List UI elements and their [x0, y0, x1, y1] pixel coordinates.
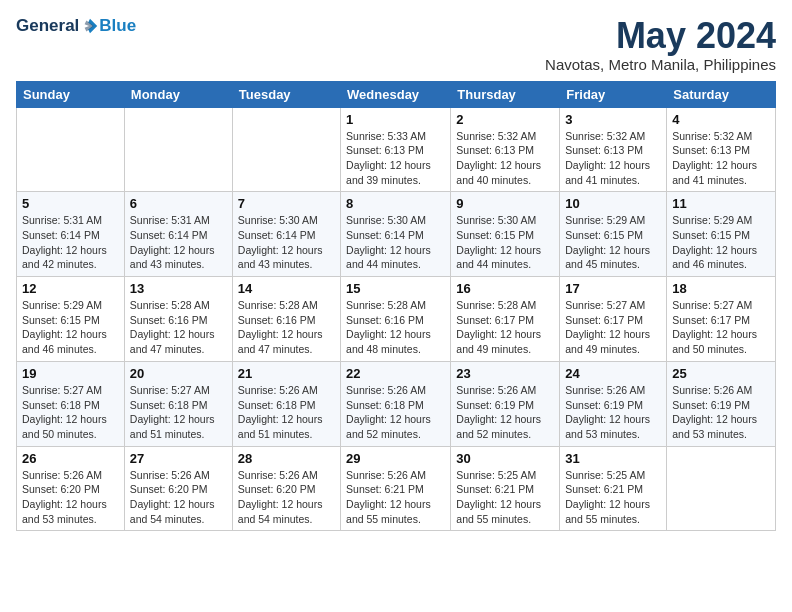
calendar-cell: 4Sunrise: 5:32 AM Sunset: 6:13 PM Daylig…: [667, 107, 776, 192]
day-number: 14: [238, 281, 335, 296]
calendar-cell: 22Sunrise: 5:26 AM Sunset: 6:18 PM Dayli…: [341, 361, 451, 446]
day-info: Sunrise: 5:33 AM Sunset: 6:13 PM Dayligh…: [346, 129, 445, 188]
day-number: 25: [672, 366, 770, 381]
week-row-3: 12Sunrise: 5:29 AM Sunset: 6:15 PM Dayli…: [17, 277, 776, 362]
logo: General Blue: [16, 16, 136, 36]
day-info: Sunrise: 5:26 AM Sunset: 6:20 PM Dayligh…: [130, 468, 227, 527]
day-info: Sunrise: 5:26 AM Sunset: 6:21 PM Dayligh…: [346, 468, 445, 527]
week-row-4: 19Sunrise: 5:27 AM Sunset: 6:18 PM Dayli…: [17, 361, 776, 446]
calendar-cell: 13Sunrise: 5:28 AM Sunset: 6:16 PM Dayli…: [124, 277, 232, 362]
day-info: Sunrise: 5:28 AM Sunset: 6:17 PM Dayligh…: [456, 298, 554, 357]
calendar-cell: [17, 107, 125, 192]
day-info: Sunrise: 5:29 AM Sunset: 6:15 PM Dayligh…: [565, 213, 661, 272]
day-info: Sunrise: 5:30 AM Sunset: 6:15 PM Dayligh…: [456, 213, 554, 272]
day-number: 26: [22, 451, 119, 466]
weekday-monday: Monday: [124, 81, 232, 107]
calendar-cell: 31Sunrise: 5:25 AM Sunset: 6:21 PM Dayli…: [560, 446, 667, 531]
calendar-table: SundayMondayTuesdayWednesdayThursdayFrid…: [16, 81, 776, 532]
day-info: Sunrise: 5:27 AM Sunset: 6:18 PM Dayligh…: [130, 383, 227, 442]
day-number: 10: [565, 196, 661, 211]
day-info: Sunrise: 5:27 AM Sunset: 6:18 PM Dayligh…: [22, 383, 119, 442]
day-number: 6: [130, 196, 227, 211]
day-info: Sunrise: 5:26 AM Sunset: 6:20 PM Dayligh…: [22, 468, 119, 527]
day-number: 27: [130, 451, 227, 466]
calendar-cell: 19Sunrise: 5:27 AM Sunset: 6:18 PM Dayli…: [17, 361, 125, 446]
calendar-body: 1Sunrise: 5:33 AM Sunset: 6:13 PM Daylig…: [17, 107, 776, 531]
location-text: Navotas, Metro Manila, Philippines: [545, 56, 776, 73]
day-number: 5: [22, 196, 119, 211]
day-number: 2: [456, 112, 554, 127]
day-info: Sunrise: 5:28 AM Sunset: 6:16 PM Dayligh…: [346, 298, 445, 357]
day-info: Sunrise: 5:28 AM Sunset: 6:16 PM Dayligh…: [130, 298, 227, 357]
calendar-cell: 8Sunrise: 5:30 AM Sunset: 6:14 PM Daylig…: [341, 192, 451, 277]
day-number: 29: [346, 451, 445, 466]
calendar-cell: 30Sunrise: 5:25 AM Sunset: 6:21 PM Dayli…: [451, 446, 560, 531]
logo-blue-text: Blue: [99, 16, 136, 36]
weekday-saturday: Saturday: [667, 81, 776, 107]
calendar-cell: 25Sunrise: 5:26 AM Sunset: 6:19 PM Dayli…: [667, 361, 776, 446]
day-number: 24: [565, 366, 661, 381]
calendar-cell: 27Sunrise: 5:26 AM Sunset: 6:20 PM Dayli…: [124, 446, 232, 531]
logo-general-text: General: [16, 16, 79, 36]
day-info: Sunrise: 5:31 AM Sunset: 6:14 PM Dayligh…: [130, 213, 227, 272]
day-number: 21: [238, 366, 335, 381]
day-number: 1: [346, 112, 445, 127]
calendar-cell: 16Sunrise: 5:28 AM Sunset: 6:17 PM Dayli…: [451, 277, 560, 362]
title-area: May 2024 Navotas, Metro Manila, Philippi…: [545, 16, 776, 73]
day-number: 4: [672, 112, 770, 127]
day-info: Sunrise: 5:29 AM Sunset: 6:15 PM Dayligh…: [672, 213, 770, 272]
calendar-cell: 17Sunrise: 5:27 AM Sunset: 6:17 PM Dayli…: [560, 277, 667, 362]
calendar-cell: 1Sunrise: 5:33 AM Sunset: 6:13 PM Daylig…: [341, 107, 451, 192]
day-number: 22: [346, 366, 445, 381]
calendar-cell: [232, 107, 340, 192]
week-row-2: 5Sunrise: 5:31 AM Sunset: 6:14 PM Daylig…: [17, 192, 776, 277]
day-info: Sunrise: 5:26 AM Sunset: 6:19 PM Dayligh…: [456, 383, 554, 442]
calendar-cell: 24Sunrise: 5:26 AM Sunset: 6:19 PM Dayli…: [560, 361, 667, 446]
calendar-cell: 2Sunrise: 5:32 AM Sunset: 6:13 PM Daylig…: [451, 107, 560, 192]
day-number: 30: [456, 451, 554, 466]
calendar-cell: 20Sunrise: 5:27 AM Sunset: 6:18 PM Dayli…: [124, 361, 232, 446]
calendar-cell: 7Sunrise: 5:30 AM Sunset: 6:14 PM Daylig…: [232, 192, 340, 277]
day-number: 7: [238, 196, 335, 211]
weekday-sunday: Sunday: [17, 81, 125, 107]
calendar-cell: [124, 107, 232, 192]
calendar-cell: 18Sunrise: 5:27 AM Sunset: 6:17 PM Dayli…: [667, 277, 776, 362]
logo-icon: [81, 17, 99, 35]
day-number: 28: [238, 451, 335, 466]
calendar-cell: 10Sunrise: 5:29 AM Sunset: 6:15 PM Dayli…: [560, 192, 667, 277]
page-header: General Blue May 2024 Navotas, Metro Man…: [16, 16, 776, 73]
day-number: 11: [672, 196, 770, 211]
day-number: 31: [565, 451, 661, 466]
calendar-cell: 15Sunrise: 5:28 AM Sunset: 6:16 PM Dayli…: [341, 277, 451, 362]
day-number: 12: [22, 281, 119, 296]
calendar-cell: 29Sunrise: 5:26 AM Sunset: 6:21 PM Dayli…: [341, 446, 451, 531]
day-info: Sunrise: 5:32 AM Sunset: 6:13 PM Dayligh…: [565, 129, 661, 188]
day-number: 18: [672, 281, 770, 296]
day-info: Sunrise: 5:30 AM Sunset: 6:14 PM Dayligh…: [238, 213, 335, 272]
day-number: 17: [565, 281, 661, 296]
day-number: 13: [130, 281, 227, 296]
calendar-cell: 14Sunrise: 5:28 AM Sunset: 6:16 PM Dayli…: [232, 277, 340, 362]
day-info: Sunrise: 5:27 AM Sunset: 6:17 PM Dayligh…: [565, 298, 661, 357]
day-info: Sunrise: 5:25 AM Sunset: 6:21 PM Dayligh…: [456, 468, 554, 527]
calendar-cell: 28Sunrise: 5:26 AM Sunset: 6:20 PM Dayli…: [232, 446, 340, 531]
calendar-cell: [667, 446, 776, 531]
day-number: 20: [130, 366, 227, 381]
day-info: Sunrise: 5:32 AM Sunset: 6:13 PM Dayligh…: [456, 129, 554, 188]
day-info: Sunrise: 5:26 AM Sunset: 6:18 PM Dayligh…: [346, 383, 445, 442]
day-info: Sunrise: 5:27 AM Sunset: 6:17 PM Dayligh…: [672, 298, 770, 357]
day-number: 19: [22, 366, 119, 381]
day-number: 16: [456, 281, 554, 296]
day-info: Sunrise: 5:26 AM Sunset: 6:19 PM Dayligh…: [565, 383, 661, 442]
weekday-wednesday: Wednesday: [341, 81, 451, 107]
calendar-cell: 12Sunrise: 5:29 AM Sunset: 6:15 PM Dayli…: [17, 277, 125, 362]
calendar-cell: 21Sunrise: 5:26 AM Sunset: 6:18 PM Dayli…: [232, 361, 340, 446]
calendar-cell: 9Sunrise: 5:30 AM Sunset: 6:15 PM Daylig…: [451, 192, 560, 277]
day-info: Sunrise: 5:31 AM Sunset: 6:14 PM Dayligh…: [22, 213, 119, 272]
day-number: 15: [346, 281, 445, 296]
week-row-5: 26Sunrise: 5:26 AM Sunset: 6:20 PM Dayli…: [17, 446, 776, 531]
weekday-header-row: SundayMondayTuesdayWednesdayThursdayFrid…: [17, 81, 776, 107]
day-info: Sunrise: 5:30 AM Sunset: 6:14 PM Dayligh…: [346, 213, 445, 272]
day-info: Sunrise: 5:26 AM Sunset: 6:19 PM Dayligh…: [672, 383, 770, 442]
day-info: Sunrise: 5:25 AM Sunset: 6:21 PM Dayligh…: [565, 468, 661, 527]
